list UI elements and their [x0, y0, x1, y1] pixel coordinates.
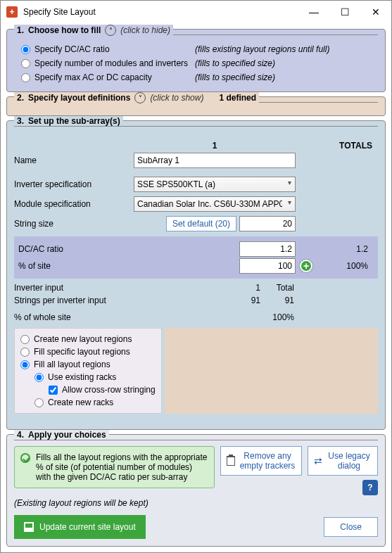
strings-value: 91: [134, 295, 260, 305]
defined-count: 1 defined: [219, 93, 256, 103]
add-subarray-button[interactable]: +: [300, 260, 312, 272]
trash-icon: [227, 456, 235, 466]
chevron-up-icon[interactable]: ˄: [105, 25, 116, 36]
pct-input[interactable]: [239, 258, 296, 274]
maximize-button[interactable]: ☐: [329, 1, 360, 23]
string-size-input[interactable]: [239, 216, 296, 231]
strings-label: Strings per inverter input: [14, 295, 134, 305]
region-options-panel: Create new layout regions Fill specific …: [14, 328, 162, 414]
inverter-select[interactable]: SSE SPS500KTL (a): [134, 177, 296, 192]
whole-site-label: % of whole site: [14, 312, 134, 322]
section4-title: Apply your choices: [28, 430, 106, 440]
save-icon: [24, 522, 34, 532]
section3-title: Set up the sub-array(s): [28, 116, 120, 126]
region-preview: [165, 328, 378, 414]
inverter-label: Inverter specification: [14, 179, 134, 189]
fill-option-capacity-radio[interactable]: [21, 73, 30, 82]
chevron-down-icon[interactable]: ˅: [134, 92, 146, 103]
pct-total: 100%: [339, 260, 372, 272]
dcac-input[interactable]: [239, 241, 296, 257]
legacy-dialog-button[interactable]: ⇄ Use legacy dialog: [308, 446, 378, 476]
opt-create-regions[interactable]: Create new layout regions: [20, 333, 156, 345]
set-default-button[interactable]: Set default (20): [166, 216, 236, 231]
section2-hint: (click to show): [150, 93, 203, 103]
remove-empty-button[interactable]: Remove any empty trackers: [220, 446, 302, 476]
module-label: Module specification: [14, 199, 134, 209]
opt-create-new-racks[interactable]: Create new racks: [20, 396, 156, 409]
section-apply: 4. Apply your choices Fills all the layo…: [6, 434, 386, 547]
app-icon: +: [6, 6, 18, 18]
opt-cross-row[interactable]: Allow cross-row stringing: [20, 383, 156, 396]
section-choose-fill: 1. Choose how to fill ˄ (click to hide) …: [6, 29, 386, 92]
opt-fill-all[interactable]: Fill all layout regions: [20, 358, 156, 371]
section3-number: 3.: [17, 116, 24, 126]
window-title: Specify Site Layout: [23, 7, 298, 17]
totals-header: TOTALS: [296, 141, 378, 151]
update-layout-button[interactable]: Update current site layout: [14, 515, 146, 539]
section2-number: 2.: [17, 93, 24, 103]
help-button[interactable]: ?: [362, 480, 378, 495]
info-text: Fills all the layout regions with the ap…: [36, 452, 208, 482]
whole-site-value: 100%: [260, 312, 294, 322]
inverter-input-value: 1: [134, 283, 260, 293]
swap-icon: ⇄: [314, 455, 322, 466]
section1-hint: (click to hide): [120, 25, 170, 35]
total-label: Total: [260, 283, 294, 293]
name-label: Name: [14, 155, 134, 165]
subarray-column-header: 1: [134, 141, 296, 151]
minimize-button[interactable]: —: [298, 1, 329, 23]
opt-fill-specific[interactable]: Fill specific layout regions: [20, 345, 156, 358]
section4-number: 4.: [17, 430, 24, 440]
kept-note: (Existing layout regions will be kept): [14, 495, 378, 511]
dcac-total: 1.2: [339, 243, 372, 255]
opt-use-existing[interactable]: Use existing racks: [20, 371, 156, 383]
close-button[interactable]: ✕: [360, 1, 391, 23]
module-select[interactable]: Canadian Solar Inc. CS6U-330M APP01: [134, 196, 296, 212]
fill-option-dcac[interactable]: Specify DC/AC ratio (fills existing layo…: [14, 42, 378, 56]
pct-label: % of site: [14, 261, 134, 271]
fill-option-modules-radio[interactable]: [21, 59, 30, 68]
section1-number: 1.: [17, 25, 24, 35]
string-size-label: String size: [14, 219, 134, 229]
strings-total: 91: [260, 295, 294, 305]
name-input[interactable]: [134, 153, 296, 168]
check-icon: [20, 453, 30, 463]
info-box: Fills all the layout regions with the ap…: [14, 446, 215, 488]
close-dialog-button[interactable]: Close: [324, 517, 378, 537]
dcac-label: DC/AC ratio: [14, 244, 134, 254]
inverter-input-label: Inverter input: [14, 283, 134, 293]
section1-title: Choose how to fill: [28, 25, 101, 35]
fill-option-capacity[interactable]: Specify max AC or DC capacity (fills to …: [14, 70, 378, 84]
section2-title: Specify layout definitions: [28, 93, 130, 103]
section-subarrays: 3. Set up the sub-array(s) 1 TOTALS Name…: [6, 120, 386, 430]
fill-option-dcac-radio[interactable]: [21, 45, 30, 54]
fill-option-modules[interactable]: Specify number of modules and inverters …: [14, 56, 378, 70]
section-layout-definitions: 2. Specify layout definitions ˅ (click t…: [6, 96, 386, 116]
